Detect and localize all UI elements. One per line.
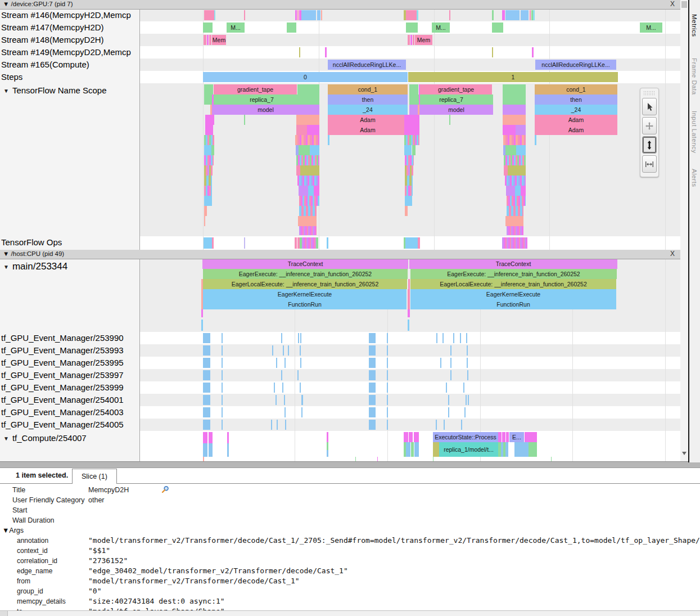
trace-event-block[interactable]	[409, 105, 418, 115]
trace-event-block[interactable]	[503, 84, 526, 95]
trace-event-block[interactable]	[404, 95, 407, 105]
trace-event-block[interactable]	[503, 135, 526, 145]
trace-event-block[interactable]	[515, 186, 521, 196]
trace-event-block[interactable]	[449, 10, 450, 20]
trace-event-block[interactable]	[282, 383, 283, 393]
trace-event-block[interactable]	[271, 420, 272, 430]
trace-event-block[interactable]	[408, 289, 410, 299]
trace-event-block[interactable]	[222, 420, 223, 430]
trace-event-block[interactable]	[299, 206, 317, 216]
trace-event-block[interactable]	[464, 407, 466, 417]
trace-event-block[interactable]	[461, 420, 462, 430]
trace-event-block[interactable]	[296, 165, 300, 176]
trace-event-block[interactable]	[387, 407, 388, 417]
trace-event-block[interactable]	[222, 370, 223, 380]
trace-event-block[interactable]	[387, 383, 388, 393]
trace-event-block[interactable]	[405, 155, 414, 165]
trace-event-block[interactable]	[204, 135, 214, 145]
trace-event-block[interactable]	[209, 35, 211, 45]
trace-event-block[interactable]: ncclAllReduceRingLLKe...	[328, 60, 406, 70]
trace-event-block[interactable]	[295, 135, 319, 145]
trace-event-block[interactable]	[409, 432, 413, 442]
trace-event-block[interactable]	[227, 432, 229, 443]
trace-event-block[interactable]	[463, 383, 464, 393]
trace-event-block[interactable]	[414, 442, 419, 457]
side-tab-alerts[interactable]: Alerts	[691, 169, 698, 187]
trace-event-block[interactable]	[209, 432, 213, 443]
panel-divider[interactable]	[0, 461, 700, 468]
trace-event-block[interactable]	[405, 165, 413, 176]
trace-event-block[interactable]	[450, 358, 451, 368]
magnifier-icon[interactable]	[161, 485, 169, 493]
trace-event-block[interactable]	[413, 35, 414, 45]
trace-event-block[interactable]	[299, 226, 317, 235]
trace-event-block[interactable]	[516, 125, 526, 135]
trace-event-block[interactable]	[295, 237, 297, 249]
trace-event-block[interactable]	[411, 442, 414, 457]
trace-event-block[interactable]	[203, 383, 210, 393]
trace-event-block[interactable]	[296, 125, 307, 135]
trace-event-block[interactable]	[502, 10, 505, 20]
trace-event-block[interactable]	[507, 196, 526, 206]
trace-event-block[interactable]: replica_7	[204, 95, 319, 105]
trace-event-block[interactable]	[503, 105, 526, 115]
trace-event-block[interactable]	[299, 145, 310, 155]
trace-event-block[interactable]	[222, 345, 223, 356]
trace-event-block[interactable]: _24	[535, 105, 617, 115]
trace-event-block[interactable]	[404, 125, 419, 135]
trace-event-block[interactable]	[299, 196, 319, 206]
row-label-compute[interactable]: ▼tf_Compute/254007	[1, 433, 138, 443]
trace-event-block[interactable]	[492, 47, 493, 57]
trace-event-block[interactable]: cond_1	[328, 84, 408, 95]
trace-event-block[interactable]: ncclAllReduceRingLLKe...	[535, 60, 616, 70]
trace-event-block[interactable]	[327, 442, 328, 450]
trace-event-block[interactable]	[433, 442, 439, 457]
trace-event-block[interactable]	[405, 206, 408, 216]
trace-event-block[interactable]	[327, 432, 328, 442]
trace-event-block[interactable]	[328, 135, 329, 145]
trace-event-block[interactable]	[460, 333, 461, 343]
trace-event-block[interactable]: M...	[432, 23, 450, 33]
trace-event-block[interactable]	[450, 370, 451, 380]
trace-event-block[interactable]	[277, 420, 278, 430]
trace-event-block[interactable]	[317, 10, 320, 20]
trace-event-block[interactable]	[314, 186, 319, 196]
horizontal-scrollbar[interactable]	[0, 610, 700, 616]
side-tab-metrics[interactable]: Metrics	[691, 14, 698, 37]
trace-event-block[interactable]	[433, 457, 433, 461]
trace-event-block[interactable]	[203, 457, 204, 461]
close-icon[interactable]: X	[669, 0, 676, 8]
trace-event-block[interactable]	[404, 105, 407, 115]
trace-event-block[interactable]	[369, 345, 376, 356]
trace-event-block[interactable]	[308, 186, 314, 196]
trace-event-block[interactable]	[504, 155, 526, 165]
trace-event-block[interactable]	[436, 333, 437, 343]
trace-event-block[interactable]	[214, 10, 215, 20]
trace-event-block[interactable]: Adam	[535, 125, 617, 135]
trace-event-block[interactable]	[369, 333, 376, 343]
trace-event-block[interactable]	[444, 420, 445, 430]
trace-event-block[interactable]	[203, 358, 210, 368]
trace-event-block[interactable]	[502, 237, 527, 249]
trace-event-block[interactable]	[300, 383, 301, 393]
trace-event-block[interactable]	[467, 345, 468, 356]
trace-event-block[interactable]	[327, 237, 328, 249]
trace-event-block[interactable]: TraceContext	[202, 259, 408, 269]
trace-event-block[interactable]	[506, 432, 509, 442]
trace-event-block[interactable]	[369, 420, 376, 430]
trace-event-block[interactable]: M...	[227, 23, 245, 33]
toolbar-drag-handle[interactable]	[643, 91, 656, 96]
trace-event-block[interactable]	[203, 407, 210, 417]
trace-event-block[interactable]	[296, 115, 319, 125]
trace-event-block[interactable]: model	[212, 105, 319, 115]
trace-event-block[interactable]	[355, 457, 356, 461]
scrollbar-thumb[interactable]	[681, 1, 687, 8]
select-tool-button[interactable]	[642, 98, 657, 115]
trace-event-block[interactable]	[505, 216, 523, 226]
trace-event-block[interactable]: EagerLocalExecute: __inference_train_fun…	[203, 279, 407, 289]
trace-event-block[interactable]	[212, 237, 214, 249]
trace-event-block[interactable]	[288, 345, 289, 356]
trace-event-block[interactable]	[525, 432, 537, 442]
trace-event-block[interactable]	[204, 186, 212, 196]
trace-event-block[interactable]	[408, 299, 410, 309]
